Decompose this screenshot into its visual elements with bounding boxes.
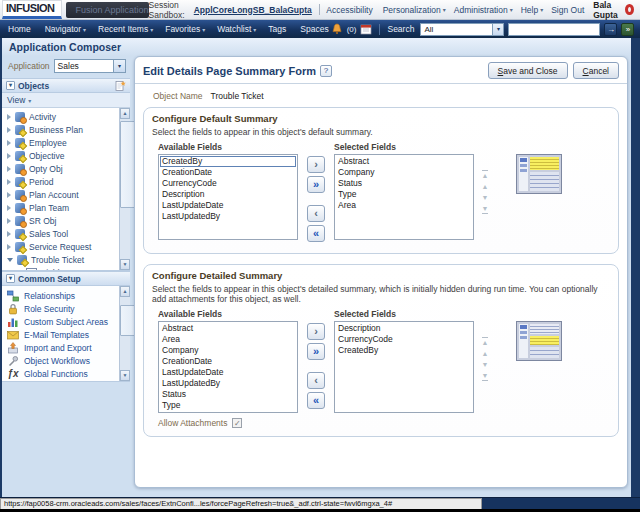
move-up-button[interactable]: ▲ bbox=[482, 183, 489, 190]
expand-icon[interactable] bbox=[7, 166, 11, 172]
tree-item-trouble-ticket[interactable]: Trouble Ticket bbox=[2, 253, 119, 266]
list-item[interactable]: LastUpdateDate bbox=[160, 367, 296, 378]
expand-icon[interactable] bbox=[7, 127, 11, 133]
list-item[interactable]: CurrencyCode bbox=[160, 178, 296, 189]
header-link[interactable]: Sign Out bbox=[551, 5, 586, 15]
list-item[interactable]: Abstract bbox=[160, 323, 296, 334]
list-item[interactable]: Status bbox=[160, 389, 296, 400]
tree-item[interactable]: Service Request bbox=[2, 240, 119, 253]
sidebar-item-global-functions[interactable]: ƒx Global Functions bbox=[2, 367, 119, 380]
scroll-up-button[interactable]: ▲ bbox=[120, 286, 130, 297]
move-top-button[interactable]: ▲ bbox=[482, 337, 489, 346]
expand-icon[interactable] bbox=[7, 192, 11, 198]
move-button[interactable]: › bbox=[307, 156, 325, 173]
list-item[interactable]: CreatedBy bbox=[160, 156, 296, 167]
nav-item[interactable]: Spaces bbox=[300, 24, 330, 34]
advanced-search-button[interactable]: » bbox=[621, 23, 634, 36]
nav-item[interactable]: Watchlist▾ bbox=[217, 24, 256, 34]
search-input[interactable] bbox=[508, 23, 600, 36]
search-go-button[interactable]: → bbox=[604, 23, 617, 36]
remove-all-button[interactable]: « bbox=[307, 392, 325, 409]
search-scope-select[interactable]: All ▾ bbox=[420, 23, 504, 36]
list-item[interactable]: Description bbox=[336, 323, 472, 334]
header-link[interactable]: Administration▾ bbox=[454, 5, 513, 15]
remove-button[interactable]: ‹ bbox=[307, 205, 325, 222]
save-and-close-button[interactable]: Save and Close bbox=[488, 62, 568, 79]
collapse-icon[interactable] bbox=[6, 274, 15, 283]
expand-icon[interactable] bbox=[7, 244, 11, 250]
list-item[interactable]: Company bbox=[336, 167, 472, 178]
tree-item[interactable]: Business Plan bbox=[2, 123, 119, 136]
list-item[interactable]: Area bbox=[336, 200, 472, 211]
tree-item[interactable]: Plan Account bbox=[2, 188, 119, 201]
move-bottom-button[interactable]: ▼ bbox=[482, 372, 489, 381]
list-item[interactable]: CreatedBy bbox=[336, 345, 472, 356]
nav-item[interactable]: Tags bbox=[268, 24, 288, 34]
tree-item[interactable]: SR Obj bbox=[2, 214, 119, 227]
common-setup-panel-header[interactable]: Common Setup bbox=[2, 271, 130, 286]
alerts-bell-icon[interactable] bbox=[331, 23, 343, 35]
move-down-button[interactable]: ▼ bbox=[482, 361, 489, 368]
new-object-icon[interactable] bbox=[114, 80, 126, 92]
view-menu-button[interactable]: View▾ bbox=[2, 93, 130, 108]
collapse-icon[interactable] bbox=[6, 81, 15, 90]
application-select[interactable]: Sales ▾ bbox=[54, 59, 126, 73]
sidebar-item-relationships[interactable]: Relationships bbox=[2, 289, 119, 302]
list-item[interactable]: CreationDate bbox=[160, 356, 296, 367]
nav-item[interactable]: Recent Items▾ bbox=[98, 24, 153, 34]
list-item[interactable]: Type bbox=[336, 189, 472, 200]
tree-item[interactable]: Sales Tool bbox=[2, 227, 119, 240]
help-icon[interactable]: ? bbox=[320, 65, 332, 77]
expand-icon[interactable] bbox=[7, 179, 11, 185]
header-link[interactable]: Personalization▾ bbox=[383, 5, 446, 15]
nav-item[interactable]: Favorites▾ bbox=[165, 24, 205, 34]
tree-item[interactable]: Period bbox=[2, 175, 119, 188]
sidebar-item-role-security[interactable]: Role Security bbox=[2, 302, 119, 315]
tree-item-fields[interactable]: Fields bbox=[2, 266, 119, 270]
objects-panel-header[interactable]: Objects bbox=[2, 78, 130, 93]
common-setup-scrollbar[interactable]: ▲ ▼ bbox=[119, 286, 130, 381]
sidebar-item-email-templates[interactable]: E-Mail Templates bbox=[2, 328, 119, 341]
list-item[interactable]: CurrencyCode bbox=[336, 334, 472, 345]
allow-attachments-checkbox[interactable]: ✓ bbox=[232, 418, 242, 428]
sidebar-item-import-and-export[interactable]: Import and Export bbox=[2, 341, 119, 354]
scroll-down-button[interactable]: ▼ bbox=[120, 259, 130, 270]
expand-icon[interactable] bbox=[7, 153, 11, 159]
collapse-icon[interactable] bbox=[7, 258, 13, 262]
list-item[interactable]: CreationDate bbox=[160, 167, 296, 178]
move-button[interactable]: › bbox=[307, 323, 325, 340]
list-item[interactable]: Company bbox=[160, 345, 296, 356]
nav-item[interactable]: Home bbox=[8, 24, 33, 34]
tree-scrollbar[interactable]: ▲ ▼ bbox=[119, 108, 130, 270]
move-all-button[interactable]: » bbox=[307, 343, 325, 360]
header-link[interactable]: Accessibility bbox=[326, 5, 374, 15]
expand-icon[interactable] bbox=[7, 231, 11, 237]
move-down-button[interactable]: ▼ bbox=[482, 194, 489, 201]
scroll-down-button[interactable]: ▼ bbox=[120, 370, 130, 381]
remove-all-button[interactable]: « bbox=[307, 225, 325, 242]
cancel-button[interactable]: Cancel bbox=[573, 62, 619, 79]
remove-button[interactable]: ‹ bbox=[307, 372, 325, 389]
calendar-icon[interactable] bbox=[360, 23, 372, 35]
move-top-button[interactable]: ▲ bbox=[482, 170, 489, 179]
list-item[interactable]: Abstract bbox=[336, 156, 472, 167]
available-fields-list[interactable]: CreatedByCreationDateCurrencyCodeDescrip… bbox=[158, 154, 298, 240]
expand-icon[interactable] bbox=[7, 114, 11, 120]
header-link[interactable]: Help▾ bbox=[521, 5, 544, 15]
sidebar-item-object-workflows[interactable]: Object Workflows bbox=[2, 354, 119, 367]
list-item[interactable]: LastUpdatedBy bbox=[160, 211, 296, 222]
available-fields-list[interactable]: AbstractAreaCompanyCreationDateLastUpdat… bbox=[158, 321, 298, 413]
tree-item[interactable]: Objective bbox=[2, 149, 119, 162]
sidebar-item-custom-subject-areas[interactable]: Custom Subject Areas bbox=[2, 315, 119, 328]
session-sandbox-link[interactable]: ApplCoreLongSB_BalaGupta bbox=[194, 5, 312, 15]
tree-item[interactable]: Employee bbox=[2, 136, 119, 149]
expand-icon[interactable] bbox=[7, 218, 11, 224]
list-item[interactable]: Status bbox=[336, 178, 472, 189]
expand-icon[interactable] bbox=[7, 140, 11, 146]
scroll-up-button[interactable]: ▲ bbox=[120, 108, 130, 119]
list-item[interactable]: Area bbox=[160, 334, 296, 345]
nav-item[interactable]: Navigator▾ bbox=[45, 24, 86, 34]
move-bottom-button[interactable]: ▼ bbox=[482, 205, 489, 214]
tree-item[interactable]: Opty Obj bbox=[2, 162, 119, 175]
expand-icon[interactable] bbox=[7, 205, 11, 211]
